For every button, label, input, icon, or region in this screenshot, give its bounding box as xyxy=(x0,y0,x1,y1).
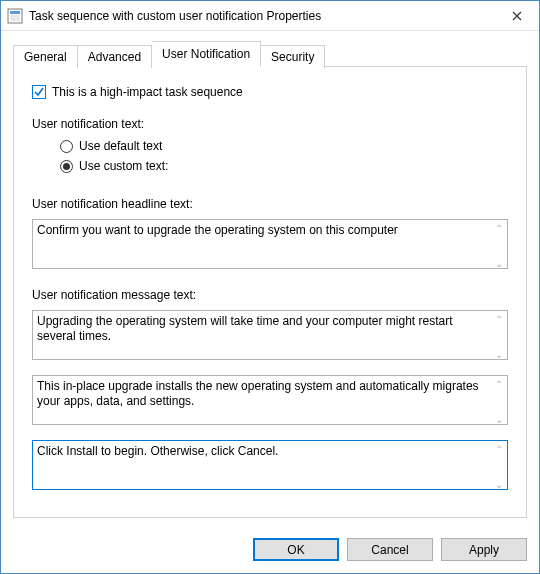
headline-label: User notification headline text: xyxy=(32,197,508,211)
window-title: Task sequence with custom user notificat… xyxy=(29,9,494,23)
high-impact-label: This is a high-impact task sequence xyxy=(52,85,243,99)
radio-default[interactable] xyxy=(60,140,73,153)
radio-custom[interactable] xyxy=(60,160,73,173)
tab-strip: General Advanced User Notification Secur… xyxy=(13,41,527,67)
message-label: User notification message text: xyxy=(32,288,508,302)
tab-panel: This is a high-impact task sequence User… xyxy=(13,66,527,518)
high-impact-checkbox[interactable] xyxy=(32,85,46,99)
message1-textarea[interactable] xyxy=(32,310,508,360)
message1-field-wrap: ⌃ ⌄ xyxy=(32,310,508,363)
apply-button[interactable]: Apply xyxy=(441,538,527,561)
dialog-window: Task sequence with custom user notificat… xyxy=(0,0,540,574)
radio-group: Use default text Use custom text: xyxy=(60,139,508,179)
message2-textarea[interactable] xyxy=(32,375,508,425)
tab-advanced[interactable]: Advanced xyxy=(78,45,152,68)
tab-security[interactable]: Security xyxy=(261,45,325,68)
tab-general[interactable]: General xyxy=(13,45,78,68)
headline-textarea[interactable] xyxy=(32,219,508,269)
tab-user-notification[interactable]: User Notification xyxy=(152,41,261,67)
titlebar: Task sequence with custom user notificat… xyxy=(1,1,539,31)
ok-button[interactable]: OK xyxy=(253,538,339,561)
message2-field-wrap: ⌃ ⌄ xyxy=(32,375,508,428)
notification-text-label: User notification text: xyxy=(32,117,508,131)
high-impact-row: This is a high-impact task sequence xyxy=(32,85,508,99)
message3-field-wrap: ⌃ ⌄ xyxy=(32,440,508,493)
radio-default-label: Use default text xyxy=(79,139,162,153)
app-icon xyxy=(7,8,23,24)
message3-textarea[interactable] xyxy=(32,440,508,490)
client-area: General Advanced User Notification Secur… xyxy=(1,31,539,528)
cancel-button[interactable]: Cancel xyxy=(347,538,433,561)
radio-default-row: Use default text xyxy=(60,139,508,153)
radio-custom-label: Use custom text: xyxy=(79,159,168,173)
svg-rect-1 xyxy=(10,11,20,14)
svg-rect-2 xyxy=(10,15,20,21)
headline-field-wrap: ⌃ ⌄ xyxy=(32,219,508,272)
dialog-button-row: OK Cancel Apply xyxy=(1,528,539,573)
close-button[interactable] xyxy=(494,1,539,30)
radio-custom-row: Use custom text: xyxy=(60,159,508,173)
